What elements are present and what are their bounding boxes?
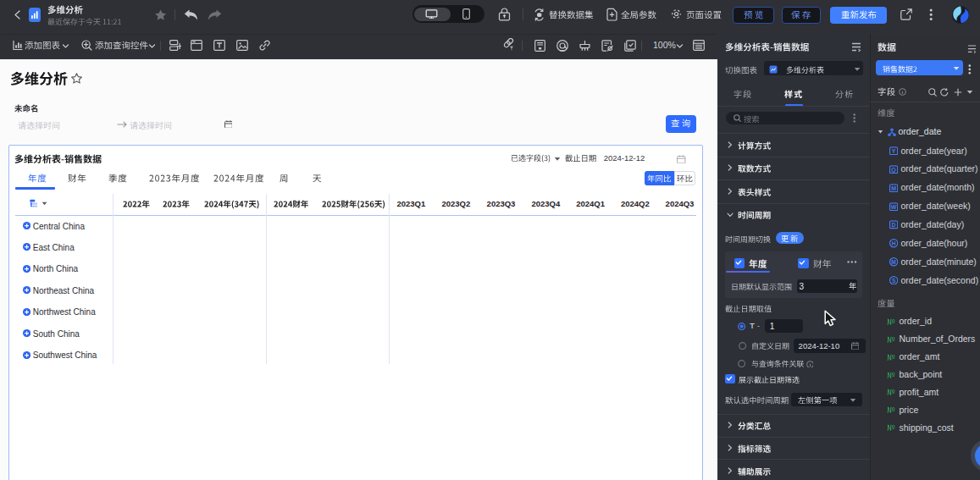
svg-text:D: D — [891, 222, 895, 228]
svg-text:M: M — [891, 259, 896, 265]
svg-text:M: M — [891, 185, 896, 191]
svg-text:Q: Q — [891, 167, 896, 174]
svg-text:H: H — [891, 240, 895, 246]
svg-text:W: W — [890, 204, 896, 210]
svg-text:Y: Y — [891, 148, 895, 154]
svg-text:S: S — [891, 278, 895, 284]
